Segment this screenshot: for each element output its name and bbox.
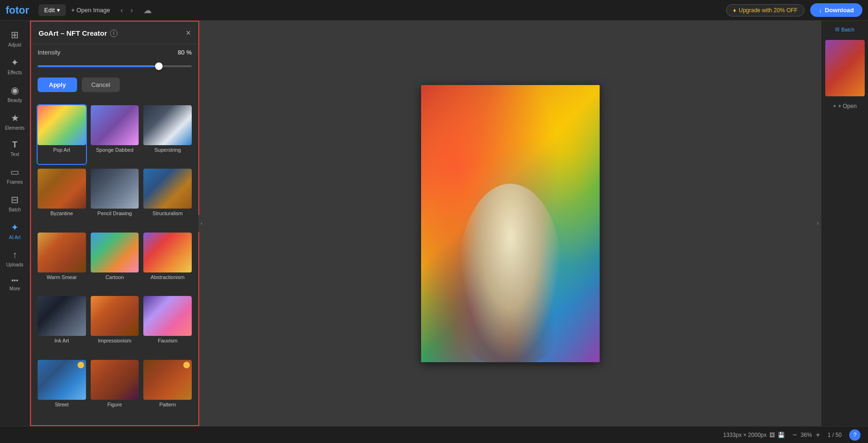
style-item-pencil-drawing[interactable]: Pencil Drawing [90, 168, 140, 228]
nav-arrows: ‹ › [117, 5, 136, 16]
image-dimensions: 1333px × 2000px 🖼 💾 [723, 432, 785, 438]
save-icon: 💾 [778, 432, 785, 438]
style-name-fauvism: Fauvism [143, 336, 192, 345]
sidebar-item-uploads[interactable]: ↑ Uploads [0, 245, 30, 272]
zoom-out-button[interactable]: − [792, 431, 797, 439]
more-label: More [9, 286, 20, 291]
zoom-in-button[interactable]: + [816, 431, 820, 439]
style-badge-pattern [183, 362, 190, 368]
uploads-icon: ↑ [13, 249, 17, 260]
sidebar-item-frames[interactable]: ▭ Frames [0, 162, 30, 189]
sidebar-item-more[interactable]: ••• More [0, 272, 30, 296]
dimension-text: 1333px × 2000px [723, 432, 766, 438]
zoom-level: 36% [801, 432, 812, 438]
frames-icon: ▭ [10, 166, 19, 178]
style-thumb-fauvism [143, 296, 192, 336]
nav-forward-button[interactable]: › [128, 5, 136, 16]
batch-panel-label: Batch [841, 27, 854, 32]
help-icon: ? [853, 431, 856, 438]
style-name-sponge-dabbed: Sponge Dabbed [91, 145, 139, 155]
style-item-sponge-dabbed[interactable]: Sponge Dabbed [90, 104, 140, 165]
style-name-structuralism: Structuralism [143, 209, 192, 218]
elements-label: Elements [5, 125, 25, 131]
sidebar-item-beauty[interactable]: ◉ Beauty [0, 80, 30, 108]
style-item-figure[interactable]: Figure [90, 359, 140, 420]
download-icon: ↓ [819, 7, 822, 14]
style-name-superstring: Superstring [143, 145, 192, 155]
style-name-ink-art: Ink Art [38, 336, 86, 345]
open-image-button[interactable]: + Open Image [71, 7, 110, 14]
right-batch-button[interactable]: ⊟ Batch [835, 24, 854, 36]
sidebar-item-elements[interactable]: ★ Elements [0, 108, 30, 135]
batch-panel-icon: ⊟ [835, 26, 839, 32]
style-name-street: Street [38, 400, 86, 409]
style-item-pattern[interactable]: Pattern [142, 359, 193, 420]
topbar: fotor Edit ▾ + Open Image ‹ › ☁ ♦ Upgrad… [0, 0, 868, 21]
sidebar-item-adjust[interactable]: ⊞ Adjust [0, 24, 30, 52]
apply-button[interactable]: Apply [38, 78, 77, 92]
adjust-icon: ⊞ [11, 29, 19, 40]
open-label: + Open [838, 103, 857, 109]
style-item-ink-art[interactable]: Ink Art [37, 295, 87, 356]
panel-header: GoArt – NFT Creator i × [31, 22, 198, 44]
ai-art-icon: ✦ [11, 222, 19, 233]
sidebar-item-effects[interactable]: ✦ Effects [0, 52, 30, 80]
beauty-icon: ◉ [11, 85, 19, 96]
style-name-byzantine: Byzantine [38, 209, 86, 218]
slider-row [31, 59, 198, 74]
zoom-controls: − 36% + [792, 431, 820, 439]
more-icon: ••• [11, 277, 18, 284]
cancel-button[interactable]: Cancel [82, 78, 119, 92]
chevron-down-icon: ▾ [57, 7, 60, 14]
style-item-superstring[interactable]: Superstring [142, 104, 193, 165]
info-icon[interactable]: i [110, 30, 117, 37]
style-item-warm-smear[interactable]: Warm Smear [37, 232, 87, 292]
edit-button[interactable]: Edit ▾ [39, 4, 65, 16]
crown-icon: ♦ [733, 7, 736, 14]
image-icon: 🖼 [769, 432, 775, 438]
intensity-value: 80 % [178, 49, 192, 56]
help-button[interactable]: ? [849, 429, 860, 441]
style-item-impressionism[interactable]: Impressionism [90, 295, 140, 356]
figure-overlay [459, 184, 562, 362]
text-icon: T [12, 140, 17, 150]
style-thumb-sponge-dabbed [91, 105, 139, 145]
style-item-cartoon[interactable]: Cartoon [90, 232, 140, 292]
nav-back-button[interactable]: ‹ [117, 5, 125, 16]
intensity-slider[interactable] [38, 65, 192, 67]
right-panel: ⊟ Batch + + Open › [821, 21, 868, 426]
panel-title: GoArt – NFT Creator i [39, 29, 117, 37]
style-name-pop-art: Pop Art [38, 145, 86, 155]
frames-label: Frames [7, 179, 23, 185]
right-panel-thumbnail[interactable] [825, 40, 865, 96]
panel-close-button[interactable]: × [186, 28, 191, 38]
download-button[interactable]: ↓ Download [810, 3, 862, 17]
canvas-area [199, 21, 821, 426]
sidebar-item-batch[interactable]: ⊟ Batch [0, 189, 30, 217]
style-thumb-structuralism [143, 169, 192, 209]
style-item-pop-art[interactable]: Pop Art [37, 104, 87, 165]
plus-icon: + [833, 103, 836, 109]
right-expand-arrow[interactable]: › [814, 215, 821, 232]
style-name-impressionism: Impressionism [91, 336, 139, 345]
bottom-bar: 1333px × 2000px 🖼 💾 − 36% + 1 / 50 ? [0, 426, 868, 443]
text-label: Text [10, 152, 19, 157]
style-item-byzantine[interactable]: Byzantine [37, 168, 87, 228]
style-thumb-pencil-drawing [91, 169, 139, 209]
style-item-street[interactable]: Street [37, 359, 87, 420]
beauty-label: Beauty [8, 98, 22, 103]
batch-icon: ⊟ [11, 194, 19, 205]
effects-label: Effects [8, 70, 22, 75]
right-panel-add-button[interactable]: + + Open [830, 100, 860, 112]
sidebar-item-text[interactable]: T Text [0, 135, 30, 162]
style-item-abstractionism[interactable]: Abstractionism [142, 232, 193, 292]
style-name-abstractionism: Abstractionism [143, 272, 192, 282]
panel-collapse-handle[interactable]: ‹ [198, 215, 205, 232]
style-item-structuralism[interactable]: Structuralism [142, 168, 193, 228]
style-thumb-ink-art [38, 296, 86, 336]
sidebar-item-ai-art[interactable]: ✦ AI Art [0, 217, 30, 245]
style-item-fauvism[interactable]: Fauvism [142, 295, 193, 356]
upgrade-button[interactable]: ♦ Upgrade with 20% OFF [726, 4, 805, 16]
style-thumb-cartoon [91, 233, 139, 272]
style-thumb-abstractionism [143, 233, 192, 272]
